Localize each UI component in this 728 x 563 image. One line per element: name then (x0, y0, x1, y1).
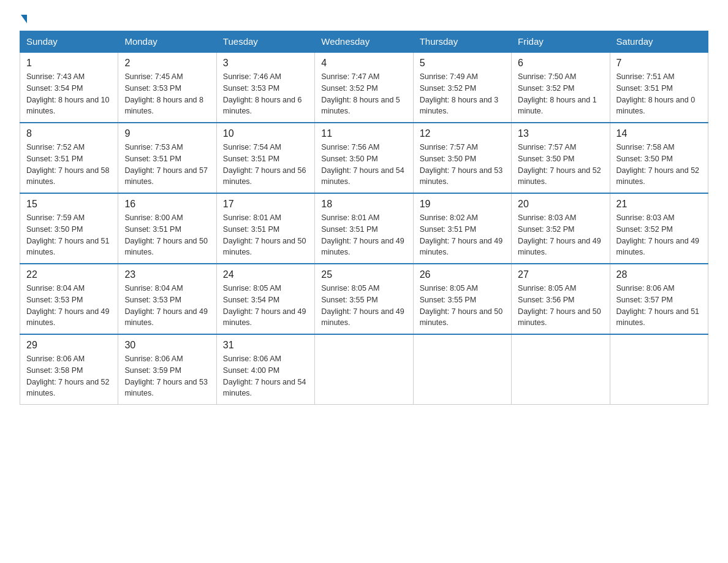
calendar-cell: 25Sunrise: 8:05 AMSunset: 3:55 PMDayligh… (315, 264, 413, 334)
day-info: Sunrise: 8:01 AMSunset: 3:51 PMDaylight:… (223, 212, 308, 258)
calendar-cell (610, 334, 708, 405)
calendar-cell: 16Sunrise: 8:00 AMSunset: 3:51 PMDayligh… (118, 193, 216, 264)
day-info: Sunrise: 8:04 AMSunset: 3:53 PMDaylight:… (26, 283, 112, 329)
calendar-header-row: SundayMondayTuesdayWednesdayThursdayFrid… (20, 31, 708, 53)
calendar-cell: 9Sunrise: 7:53 AMSunset: 3:51 PMDaylight… (118, 123, 216, 193)
calendar-cell: 14Sunrise: 7:58 AMSunset: 3:50 PMDayligh… (610, 123, 708, 193)
day-info: Sunrise: 7:57 AMSunset: 3:50 PMDaylight:… (518, 142, 603, 188)
calendar-cell: 30Sunrise: 8:06 AMSunset: 3:59 PMDayligh… (118, 334, 216, 405)
day-number: 8 (26, 128, 112, 139)
calendar-table: SundayMondayTuesdayWednesdayThursdayFrid… (20, 31, 708, 405)
logo (20, 15, 27, 23)
day-info: Sunrise: 8:01 AMSunset: 3:51 PMDaylight:… (321, 212, 406, 258)
day-number: 31 (223, 340, 308, 351)
day-info: Sunrise: 8:04 AMSunset: 3:53 PMDaylight:… (124, 283, 210, 329)
day-number: 12 (420, 128, 505, 139)
calendar-day-header: Tuesday (216, 31, 314, 53)
day-number: 16 (124, 199, 210, 210)
calendar-cell: 4Sunrise: 7:47 AMSunset: 3:52 PMDaylight… (315, 52, 413, 123)
day-number: 6 (518, 58, 603, 69)
calendar-day-header: Wednesday (315, 31, 413, 53)
day-info: Sunrise: 7:57 AMSunset: 3:50 PMDaylight:… (420, 142, 505, 188)
day-number: 24 (223, 269, 308, 280)
calendar-cell: 31Sunrise: 8:06 AMSunset: 4:00 PMDayligh… (216, 334, 314, 405)
calendar-cell: 10Sunrise: 7:54 AMSunset: 3:51 PMDayligh… (216, 123, 314, 193)
calendar-week-row: 1Sunrise: 7:43 AMSunset: 3:54 PMDaylight… (20, 52, 708, 123)
day-info: Sunrise: 8:05 AMSunset: 3:54 PMDaylight:… (223, 283, 308, 329)
day-info: Sunrise: 7:47 AMSunset: 3:52 PMDaylight:… (321, 71, 406, 117)
calendar-cell: 2Sunrise: 7:45 AMSunset: 3:53 PMDaylight… (118, 52, 216, 123)
day-number: 9 (124, 128, 210, 139)
calendar-day-header: Monday (118, 31, 216, 53)
day-number: 7 (616, 58, 702, 69)
day-number: 26 (420, 269, 505, 280)
calendar-cell: 28Sunrise: 8:06 AMSunset: 3:57 PMDayligh… (610, 264, 708, 334)
day-info: Sunrise: 7:45 AMSunset: 3:53 PMDaylight:… (124, 71, 210, 117)
calendar-week-row: 15Sunrise: 7:59 AMSunset: 3:50 PMDayligh… (20, 193, 708, 264)
day-info: Sunrise: 7:50 AMSunset: 3:52 PMDaylight:… (518, 71, 603, 117)
day-number: 23 (124, 269, 210, 280)
calendar-cell: 15Sunrise: 7:59 AMSunset: 3:50 PMDayligh… (20, 193, 118, 264)
day-info: Sunrise: 7:46 AMSunset: 3:53 PMDaylight:… (223, 71, 308, 117)
calendar-week-row: 8Sunrise: 7:52 AMSunset: 3:51 PMDaylight… (20, 123, 708, 193)
calendar-week-row: 22Sunrise: 8:04 AMSunset: 3:53 PMDayligh… (20, 264, 708, 334)
day-number: 3 (223, 58, 308, 69)
day-info: Sunrise: 8:02 AMSunset: 3:51 PMDaylight:… (420, 212, 505, 258)
calendar-cell: 21Sunrise: 8:03 AMSunset: 3:52 PMDayligh… (610, 193, 708, 264)
day-info: Sunrise: 7:59 AMSunset: 3:50 PMDaylight:… (26, 212, 112, 258)
day-number: 22 (26, 269, 112, 280)
day-number: 18 (321, 199, 406, 210)
day-info: Sunrise: 7:54 AMSunset: 3:51 PMDaylight:… (223, 142, 308, 188)
day-number: 28 (616, 269, 702, 280)
day-number: 25 (321, 269, 406, 280)
calendar-cell (315, 334, 413, 405)
calendar-cell: 7Sunrise: 7:51 AMSunset: 3:51 PMDaylight… (610, 52, 708, 123)
calendar-cell: 13Sunrise: 7:57 AMSunset: 3:50 PMDayligh… (512, 123, 610, 193)
calendar-cell: 3Sunrise: 7:46 AMSunset: 3:53 PMDaylight… (216, 52, 314, 123)
day-info: Sunrise: 8:05 AMSunset: 3:55 PMDaylight:… (321, 283, 406, 329)
day-number: 27 (518, 269, 603, 280)
day-number: 1 (26, 58, 112, 69)
calendar-cell: 27Sunrise: 8:05 AMSunset: 3:56 PMDayligh… (512, 264, 610, 334)
day-info: Sunrise: 8:00 AMSunset: 3:51 PMDaylight:… (124, 212, 210, 258)
logo-triangle-icon (21, 15, 27, 23)
day-number: 19 (420, 199, 505, 210)
day-info: Sunrise: 8:05 AMSunset: 3:56 PMDaylight:… (518, 283, 603, 329)
day-number: 21 (616, 199, 702, 210)
calendar-cell: 17Sunrise: 8:01 AMSunset: 3:51 PMDayligh… (216, 193, 314, 264)
calendar-cell: 1Sunrise: 7:43 AMSunset: 3:54 PMDaylight… (20, 52, 118, 123)
day-info: Sunrise: 7:43 AMSunset: 3:54 PMDaylight:… (26, 71, 112, 117)
day-info: Sunrise: 8:06 AMSunset: 4:00 PMDaylight:… (223, 353, 308, 399)
day-number: 4 (321, 58, 406, 69)
day-info: Sunrise: 8:03 AMSunset: 3:52 PMDaylight:… (518, 212, 603, 258)
day-info: Sunrise: 7:58 AMSunset: 3:50 PMDaylight:… (616, 142, 702, 188)
calendar-cell (512, 334, 610, 405)
day-info: Sunrise: 8:06 AMSunset: 3:57 PMDaylight:… (616, 283, 702, 329)
day-number: 20 (518, 199, 603, 210)
day-info: Sunrise: 8:06 AMSunset: 3:58 PMDaylight:… (26, 353, 112, 399)
day-info: Sunrise: 7:52 AMSunset: 3:51 PMDaylight:… (26, 142, 112, 188)
calendar-cell: 22Sunrise: 8:04 AMSunset: 3:53 PMDayligh… (20, 264, 118, 334)
day-number: 29 (26, 340, 112, 351)
calendar-cell: 26Sunrise: 8:05 AMSunset: 3:55 PMDayligh… (413, 264, 511, 334)
calendar-cell: 29Sunrise: 8:06 AMSunset: 3:58 PMDayligh… (20, 334, 118, 405)
day-info: Sunrise: 8:05 AMSunset: 3:55 PMDaylight:… (420, 283, 505, 329)
day-info: Sunrise: 8:06 AMSunset: 3:59 PMDaylight:… (124, 353, 210, 399)
day-number: 14 (616, 128, 702, 139)
day-number: 15 (26, 199, 112, 210)
day-number: 13 (518, 128, 603, 139)
page-header (20, 15, 708, 23)
calendar-cell: 12Sunrise: 7:57 AMSunset: 3:50 PMDayligh… (413, 123, 511, 193)
calendar-day-header: Sunday (20, 31, 118, 53)
calendar-day-header: Thursday (413, 31, 511, 53)
calendar-cell: 6Sunrise: 7:50 AMSunset: 3:52 PMDaylight… (512, 52, 610, 123)
day-info: Sunrise: 8:03 AMSunset: 3:52 PMDaylight:… (616, 212, 702, 258)
calendar-cell (413, 334, 511, 405)
calendar-day-header: Saturday (610, 31, 708, 53)
calendar-week-row: 29Sunrise: 8:06 AMSunset: 3:58 PMDayligh… (20, 334, 708, 405)
day-info: Sunrise: 7:49 AMSunset: 3:52 PMDaylight:… (420, 71, 505, 117)
calendar-cell: 19Sunrise: 8:02 AMSunset: 3:51 PMDayligh… (413, 193, 511, 264)
calendar-cell: 5Sunrise: 7:49 AMSunset: 3:52 PMDaylight… (413, 52, 511, 123)
day-number: 2 (124, 58, 210, 69)
day-number: 17 (223, 199, 308, 210)
